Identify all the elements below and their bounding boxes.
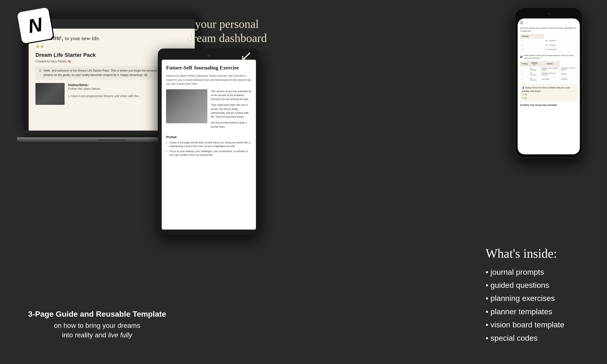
- dream-dashboard-label: your personal dream dashboard ↙: [187, 17, 267, 65]
- t2-r1c2: Ex: Inspired: [529, 66, 540, 71]
- tablet-italic: Use the prompt below to write a journal …: [211, 121, 247, 128]
- phone-question: What activities make you feel these feel…: [524, 54, 577, 60]
- tablet-p2: They might have their own set of issues,…: [211, 103, 251, 119]
- laptop-image: [35, 83, 65, 105]
- phone-icon-row: 🖼 What activities make you feel these fe…: [520, 54, 577, 60]
- table1-header: Feeling: [520, 34, 544, 39]
- list-item: journal prompts: [486, 265, 588, 279]
- dream-dashboard-title: your personal dream dashboard: [187, 17, 267, 45]
- t2-r1c1: 1: [520, 66, 529, 71]
- instructions-sub: Follow the steps below:: [68, 87, 101, 91]
- bottom-italic: live fully: [108, 331, 132, 339]
- t2-h1: Feeling: [520, 61, 529, 66]
- bottom-line2: into reality and: [62, 331, 106, 339]
- table1-row2: 2: [520, 43, 544, 47]
- whats-title: What's inside:: [486, 246, 588, 261]
- t2-r2c3: Creating content on YouTube: [540, 71, 559, 77]
- tablet-outer: Future-Self Journaling Exercise Inspired…: [158, 49, 260, 235]
- phone-icon: 🖼: [520, 56, 523, 58]
- instructions-title: Instructions:: [68, 83, 89, 87]
- phone-outer: ☰ Using the feelings you mentioned above…: [515, 7, 583, 158]
- tablet: Future-Self Journaling Exercise Inspired…: [158, 49, 260, 235]
- tablet-text-right: This version of you has unlocked all of …: [211, 89, 251, 129]
- t2-r2c2: Ex: Creative: [529, 71, 540, 77]
- block-icon: ☰: [39, 68, 41, 77]
- whats-inside: What's inside: journal prompts guided qu…: [486, 246, 588, 345]
- bottom-text: 3-Page Guide and Reusable Template on ho…: [24, 309, 170, 340]
- t2-r3c3: Journaling: [540, 77, 559, 81]
- screen-instructions: Instructions: Follow the steps below: 1.…: [68, 83, 141, 98]
- checkbox-no: ☐ No: [522, 97, 527, 99]
- tablet-bullet-2: Focus on your feelings, your challenges,…: [166, 149, 251, 157]
- list-item: planning exercises: [486, 292, 588, 305]
- t2-r1c3: Talking to like-minded people: [540, 66, 559, 71]
- no-label: No: [524, 97, 527, 99]
- laptop-vent: [97, 140, 126, 141]
- dream-arrow: ↙: [187, 47, 252, 65]
- tablet-prompt-section: Prompt: Create a one-page journal entry …: [166, 132, 251, 157]
- phone-define: 2) Define Your Dream Day Schedule: [520, 104, 577, 106]
- table1-val2: Ex: Creative: [544, 43, 577, 47]
- welcome-text: to your new life.: [65, 35, 100, 41]
- table-row: 2 Ex: Creative Creating content on YouTu…: [520, 71, 577, 77]
- list-item: planner templates: [486, 305, 588, 318]
- table1-row1: 1: [520, 39, 544, 43]
- yes-label: Yes: [524, 93, 527, 96]
- notion-logo: N: [17, 7, 54, 44]
- bottom-bold: 3-Page Guide and Reusable Template: [24, 309, 170, 319]
- table1-row3: 3: [520, 47, 544, 52]
- t2-r1c4: Watching YouTube people: [559, 66, 577, 71]
- t2-h3: Activity: [540, 61, 559, 66]
- tablet-subtitle: Inspired by Marie Forleo's Business Visi…: [166, 74, 251, 86]
- phone-menu-icon: ☰: [520, 21, 577, 25]
- table-row: 3Ex: Peaceful: [520, 47, 577, 52]
- tablet-prompt-title: Prompt:: [166, 135, 251, 139]
- t2-r2c1: 2: [520, 71, 529, 77]
- table-row: 1 Ex: Inspired Talking to like-minded pe…: [520, 66, 577, 71]
- t2-r3c4: Taking w: [559, 77, 577, 81]
- phone-sanity-check: 👤 Sanity Check: Are these activities tha…: [520, 84, 577, 102]
- tablet-p1: This version of you has unlocked all of …: [211, 89, 251, 101]
- list-item: guided questions: [486, 279, 588, 292]
- list-item: special codes: [486, 331, 588, 345]
- table1-val3: Ex: Peaceful: [544, 47, 577, 52]
- t2-r3c2: Ex: Peaceful: [529, 77, 540, 81]
- phone-header-text: Using the feelings you mentioned above a…: [520, 27, 577, 33]
- table1-val1: Ex: Inspired: [544, 39, 577, 43]
- instructions-placeholder: 1. Have a pre-programmed dreams and visi…: [68, 94, 141, 98]
- phone: ☰ Using the feelings you mentioned above…: [515, 7, 583, 158]
- spacer: [520, 82, 577, 84]
- phone-notch: [537, 11, 561, 16]
- tablet-bullet-1: Create a one-page journal entry of what …: [166, 141, 251, 148]
- t2-h2: Activity #1: [529, 61, 540, 66]
- whats-list: journal prompts guided questions plannin…: [486, 265, 588, 345]
- phone-screen: ☰ Using the feelings you mentioned above…: [518, 18, 580, 154]
- phone-content: ☰ Using the feelings you mentioned above…: [518, 18, 580, 109]
- t2-r3c1: 3: [520, 77, 529, 81]
- checkbox-yes: ☐ Yes: [522, 93, 527, 96]
- table-row: 2Ex: Creative: [520, 43, 577, 47]
- laptop-header-bar: [29, 19, 195, 29]
- tablet-screen: Future-Self Journaling Exercise Inspired…: [162, 60, 256, 230]
- notion-letter: N: [26, 13, 44, 38]
- tablet-title: Future-Self Journaling Exercise: [166, 65, 251, 71]
- tablet-image-row: This version of you has unlocked all of …: [166, 89, 251, 129]
- phone-camera: [548, 13, 550, 15]
- sanity-text: Sanity Check: Are these activities that …: [522, 87, 570, 92]
- phone-table2: Feeling Activity #1 Activity 1 Ex: Inspi…: [520, 61, 577, 82]
- tablet-image: [166, 89, 207, 123]
- dream-line1: your personal: [195, 17, 259, 30]
- screen-welcome: Welcome, to your new life.: [35, 34, 188, 42]
- tablet-content: Future-Self Journaling Exercise Inspired…: [162, 60, 256, 163]
- t2-r2c4: Writing: [559, 71, 577, 77]
- bottom-line1: on how to bring your dreams: [54, 322, 140, 329]
- dream-line2: dream dashboard: [187, 32, 267, 44]
- bottom-regular: on how to bring your dreams into reality…: [24, 321, 170, 340]
- table-row: 3 Ex: Peaceful Journaling Taking w: [520, 77, 577, 81]
- phone-table1: Feeling 1Ex: Inspired 2Ex: Creative 3Ex:…: [520, 34, 577, 52]
- list-item: vision board template: [486, 318, 588, 331]
- table-row: 1Ex: Inspired: [520, 39, 577, 43]
- sanity-icon: 👤: [522, 87, 525, 89]
